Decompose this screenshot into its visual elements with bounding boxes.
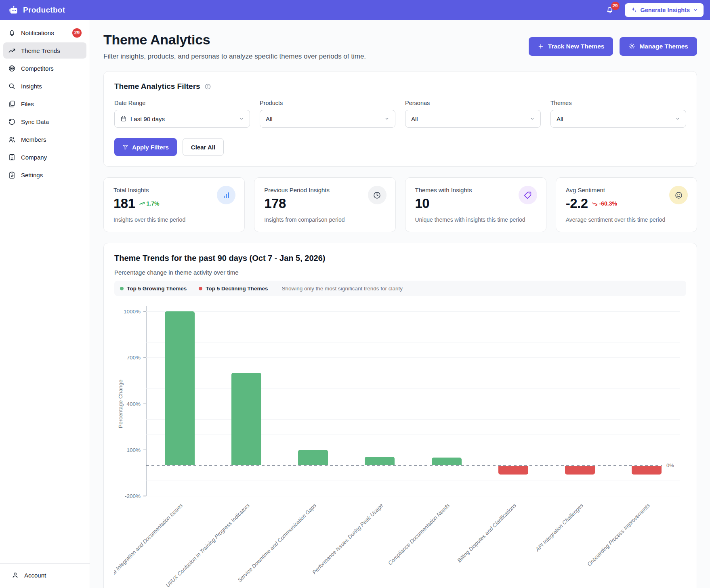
chart-subtitle: Percentage change in theme activity over… xyxy=(114,269,686,276)
filter-label: Themes xyxy=(550,100,686,106)
apply-filters-label: Apply Filters xyxy=(132,144,169,151)
gridline xyxy=(146,496,680,496)
stat-card-avg-sentiment: Avg Sentiment -2.2 -60.3% Average sentim… xyxy=(556,177,697,232)
products-value: All xyxy=(266,116,273,122)
gridline xyxy=(146,388,680,388)
filter-field-date-range: Date Range Last 90 days xyxy=(114,100,250,128)
red-dot-icon xyxy=(199,287,202,290)
zero-baseline xyxy=(146,465,662,466)
sidebar-item-company[interactable]: Company xyxy=(3,149,86,165)
stat-label: Avg Sentiment xyxy=(566,187,687,193)
chart-bar[interactable] xyxy=(632,466,662,475)
sidebar-item-notifications[interactable]: Notifications 29 xyxy=(3,25,86,41)
gridline xyxy=(146,311,680,312)
gridline xyxy=(146,342,680,342)
productbot-logo-icon xyxy=(8,4,19,15)
gear-icon xyxy=(628,43,635,50)
sidebar-item-label: Sync Data xyxy=(21,118,49,125)
track-new-themes-button[interactable]: Track New Themes xyxy=(529,37,613,56)
y-axis-tick-mark xyxy=(143,357,146,358)
info-icon[interactable] xyxy=(204,83,211,90)
chart-bar[interactable] xyxy=(565,466,595,475)
y-axis-tick-mark xyxy=(143,403,146,404)
sidebar: Notifications 29 Theme Trends Competitor… xyxy=(0,20,90,588)
stat-value: 181 xyxy=(113,196,135,211)
legend-label: Top 5 Declining Themes xyxy=(206,286,268,292)
chevron-down-icon xyxy=(693,8,698,13)
sidebar-item-label: Theme Trends xyxy=(21,47,60,54)
user-icon xyxy=(11,571,19,579)
chart-legend: Top 5 Growing Themes Top 5 Declining The… xyxy=(114,281,686,296)
filter-funnel-icon xyxy=(122,144,128,150)
top-navbar: Productbot 29 Generate Insights xyxy=(0,0,710,20)
y-axis-tick-mark xyxy=(143,496,146,496)
stat-description: Average sentiment over this time period xyxy=(566,216,687,223)
chart-bar[interactable] xyxy=(165,311,195,465)
sidebar-item-competitors[interactable]: Competitors xyxy=(3,60,86,76)
personas-select[interactable]: All xyxy=(405,110,541,128)
sidebar-item-label: Account xyxy=(24,572,46,579)
sidebar-item-label: Settings xyxy=(21,172,43,178)
filter-label: Products xyxy=(260,100,395,106)
trend-indicator: 1.7% xyxy=(139,200,160,207)
trend-indicator: -60.3% xyxy=(592,200,617,207)
products-select[interactable]: All xyxy=(260,110,395,128)
legend-item-growing: Top 5 Growing Themes xyxy=(120,286,187,292)
chart-bar[interactable] xyxy=(365,457,395,465)
filter-label: Date Range xyxy=(114,100,250,106)
rotate-icon xyxy=(8,118,16,126)
search-icon xyxy=(8,82,16,90)
chart-area: Percentage Change 1000%700%400%100%-200%… xyxy=(114,306,686,588)
date-range-select[interactable]: Last 90 days xyxy=(114,110,250,128)
notifications-count-badge: 29 xyxy=(611,2,620,10)
chart-bar[interactable] xyxy=(432,458,462,465)
stat-card-themes-with-insights: Themes with Insights 10 Unique themes wi… xyxy=(405,177,546,232)
filters-title: Theme Analytics Filters xyxy=(114,82,200,91)
themes-select[interactable]: All xyxy=(550,110,686,128)
plus-icon xyxy=(538,43,544,50)
sidebar-item-label: Competitors xyxy=(21,65,54,72)
stat-card-total-insights: Total Insights 181 1.7% Insights over th… xyxy=(103,177,245,232)
clear-all-label: Clear All xyxy=(191,144,215,151)
page-title: Theme Analytics xyxy=(103,32,366,48)
y-axis-tick-label: -200% xyxy=(125,493,141,499)
y-axis-tick-label: 1000% xyxy=(124,309,141,315)
stat-label: Previous Period Insights xyxy=(264,187,385,193)
chart-bar[interactable] xyxy=(231,373,261,465)
sidebar-item-account[interactable]: Account xyxy=(6,567,83,583)
sidebar-item-theme-trends[interactable]: Theme Trends xyxy=(3,42,86,59)
stat-value: 10 xyxy=(415,196,430,211)
sidebar-item-sync-data[interactable]: Sync Data xyxy=(3,113,86,130)
gridline xyxy=(146,450,680,450)
chart-bar[interactable] xyxy=(498,466,528,475)
sidebar-item-insights[interactable]: Insights xyxy=(3,78,86,94)
track-new-themes-label: Track New Themes xyxy=(548,43,605,50)
page-subtitle: Filter insights, products, and personas … xyxy=(103,52,366,61)
theme-trends-chart-card: Theme Trends for the past 90 days (Oct 7… xyxy=(103,243,697,588)
sidebar-item-label: Members xyxy=(21,136,46,143)
apply-filters-button[interactable]: Apply Filters xyxy=(114,138,177,156)
x-axis-label: API Integration Challenges xyxy=(534,502,584,552)
stat-label: Themes with Insights xyxy=(415,187,536,193)
chart-bar[interactable] xyxy=(298,450,328,465)
sidebar-item-members[interactable]: Members xyxy=(3,131,86,147)
notifications-bell-button[interactable]: 29 xyxy=(605,5,615,15)
clear-all-button[interactable]: Clear All xyxy=(183,138,224,156)
manage-themes-button[interactable]: Manage Themes xyxy=(620,37,697,56)
theme-analytics-filters-card: Theme Analytics Filters Date Range Last … xyxy=(103,71,697,167)
filter-label: Personas xyxy=(405,100,541,106)
stat-label: Total Insights xyxy=(113,187,235,193)
y-axis-tick-mark xyxy=(143,311,146,312)
x-axis-label: Service Downtime and Communication Gaps xyxy=(236,502,317,584)
bar-chart-icon xyxy=(217,186,235,204)
x-axis-label: UI/UX Confusion in Training Progress Ind… xyxy=(164,502,250,588)
generate-insights-button[interactable]: Generate Insights xyxy=(625,3,704,17)
x-axis-label: Compliance Documentation Needs xyxy=(387,502,451,566)
stat-description: Unique themes with insights this time pe… xyxy=(415,216,536,223)
y-axis-tick-mark xyxy=(143,449,146,450)
stat-value: 178 xyxy=(264,196,286,211)
users-icon xyxy=(8,136,16,143)
sidebar-item-settings[interactable]: Settings xyxy=(3,167,86,183)
manage-themes-label: Manage Themes xyxy=(639,43,688,50)
sidebar-item-files[interactable]: Files xyxy=(3,96,86,112)
